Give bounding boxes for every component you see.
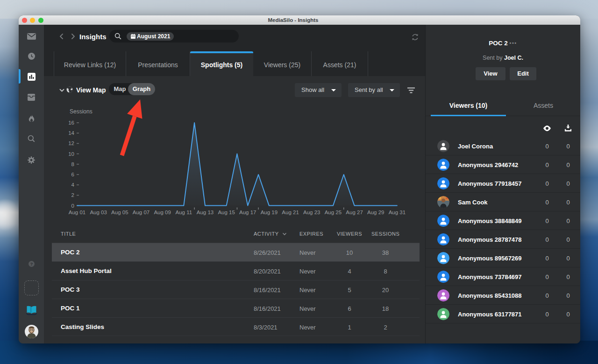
svg-text:Aug 11: Aug 11 <box>175 210 192 215</box>
svg-text:Aug 17: Aug 17 <box>239 210 256 215</box>
svg-text:Aug 21: Aug 21 <box>282 210 299 215</box>
svg-text:Aug 09: Aug 09 <box>154 210 171 215</box>
svg-text:Aug 19: Aug 19 <box>261 210 278 215</box>
svg-text:10: 10 <box>68 151 74 157</box>
svg-text:Aug 27: Aug 27 <box>346 210 363 215</box>
svg-text:12: 12 <box>68 140 74 146</box>
svg-text:4: 4 <box>71 182 75 188</box>
svg-text:Aug 15: Aug 15 <box>218 210 235 215</box>
svg-text:Aug 07: Aug 07 <box>133 210 150 215</box>
svg-text:Aug 25: Aug 25 <box>325 210 342 215</box>
svg-text:Aug 29: Aug 29 <box>367 210 384 215</box>
svg-text:2: 2 <box>71 192 74 198</box>
svg-text:Aug 13: Aug 13 <box>197 210 214 215</box>
svg-text:8: 8 <box>71 161 74 167</box>
svg-text:6: 6 <box>71 172 74 177</box>
svg-text:0: 0 <box>71 203 74 209</box>
svg-text:Sessions: Sessions <box>70 108 93 115</box>
svg-text:Aug 05: Aug 05 <box>111 210 128 215</box>
svg-text:Aug 01: Aug 01 <box>69 210 85 215</box>
svg-text:Aug 23: Aug 23 <box>303 210 320 215</box>
svg-text:16: 16 <box>68 120 74 126</box>
svg-text:Aug 03: Aug 03 <box>90 210 107 215</box>
svg-text:14: 14 <box>68 130 74 136</box>
svg-text:?: ? <box>30 261 33 266</box>
svg-text:Aug 31: Aug 31 <box>389 210 406 215</box>
